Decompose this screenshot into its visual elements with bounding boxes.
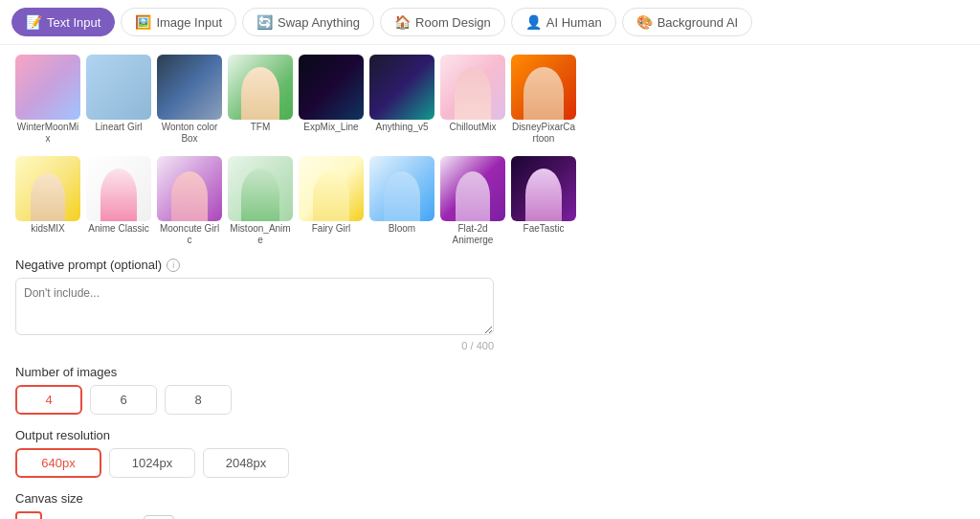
model-card-chillout[interactable]: ChilloutMix [440,55,505,145]
model-thumb-animeclassic [86,156,151,221]
canvas-box-3-4 [144,515,174,519]
model-card-mistoon[interactable]: Mistoon_Anime [228,156,293,246]
resolution-2048[interactable]: 2048px [203,448,289,478]
image-input-icon: 🖼️ [135,14,151,30]
model-grid-row1: WinterMoonMix Lineart Girl Wonton color … [15,55,965,145]
model-label-flat2d: Flat-2d Animerge [440,223,505,246]
model-thumb-faetastic [511,156,576,221]
bg-icon: 🎨 [636,14,653,30]
model-card-lineart[interactable]: Lineart Girl [86,55,151,145]
model-thumb-wintermoon [15,55,80,120]
tab-ai-human[interactable]: 👤 AI Human [511,8,616,36]
model-thumb-lineart [86,55,151,120]
model-label-kidsmix: kidsMIX [31,223,65,235]
model-label-mooncute: Mooncute Girl c [157,223,222,246]
room-icon: 🏠 [394,14,411,30]
text-input-icon: 📝 [26,14,42,30]
model-card-kidsmix[interactable]: kidsMIX [15,156,80,246]
num-images-options: 4 6 8 [15,385,965,415]
model-label-chillout: ChilloutMix [450,122,497,133]
model-label-wintermoon: WinterMoonMix [15,122,80,145]
output-resolution-section: Output resolution 640px 1024px 2048px [15,428,965,478]
model-thumb-wonton [157,55,222,120]
model-label-wonton: Wonton color Box [157,122,222,145]
model-label-animeclassic: Anime Classic [88,223,148,235]
model-thumb-kidsmix [15,156,80,221]
model-label-lineart: Lineart Girl [96,122,143,133]
model-grid-row2: kidsMIX Anime Classic Mooncute Girl c Mi… [15,156,965,246]
model-card-faetastic[interactable]: FaeTastic [511,156,576,246]
model-card-wintermoon[interactable]: WinterMoonMix [15,55,80,145]
num-images-6[interactable]: 6 [90,385,157,415]
swap-icon: 🔄 [256,14,273,30]
model-label-expmix: ExpMix_Line [303,122,358,133]
model-card-anythingv5[interactable]: Anything_v5 [369,55,434,145]
model-label-anythingv5: Anything_v5 [375,122,428,133]
canvas-size-label: Canvas size [15,491,965,506]
model-card-fairygirl[interactable]: Fairy Girl [299,156,364,246]
negative-prompt-textarea[interactable] [15,278,494,335]
tab-background-ai[interactable]: 🎨 Background AI [622,8,753,36]
top-navigation: 📝 Text Input 🖼️ Image Input 🔄 Swap Anyth… [0,0,980,45]
tab-image-input[interactable]: 🖼️ Image Input [121,8,236,36]
negative-prompt-label: Negative prompt (optional) i [15,258,965,272]
model-card-flat2d[interactable]: Flat-2d Animerge [440,156,505,246]
human-icon: 👤 [525,14,542,30]
model-label-mistoon: Mistoon_Anime [228,223,293,246]
model-thumb-mistoon [228,156,293,221]
canvas-box-9-16 [15,511,42,519]
model-thumb-fairygirl [299,156,364,221]
model-thumb-tfm [228,55,293,120]
model-label-faetastic: FaeTastic [523,223,565,235]
tab-swap-anything[interactable]: 🔄 Swap Anything [242,8,374,36]
model-card-disney[interactable]: DisneyPixarCartoon [511,55,576,145]
model-label-tfm: TFM [251,122,271,133]
negative-prompt-section: Negative prompt (optional) i 0 / 400 [15,258,965,351]
negative-prompt-char-count: 0 / 400 [15,340,494,351]
model-thumb-chillout [440,55,505,120]
model-thumb-flat2d [440,156,505,221]
canvas-3-4[interactable]: 3:4 [144,515,174,519]
tab-text-input[interactable]: 📝 Text Input [11,8,115,36]
negative-prompt-info-icon[interactable]: i [167,259,180,272]
resolution-1024[interactable]: 1024px [109,448,195,478]
model-thumb-bloom [369,156,434,221]
left-column: WinterMoonMix Lineart Girl Wonton color … [15,55,965,519]
model-card-expmix[interactable]: ExpMix_Line [299,55,364,145]
num-images-section: Number of images 4 6 8 [15,365,965,415]
output-resolution-label: Output resolution [15,428,965,442]
model-thumb-mooncute [157,156,222,221]
model-label-fairygirl: Fairy Girl [312,223,351,235]
main-content: WinterMoonMix Lineart Girl Wonton color … [0,45,980,519]
model-label-disney: DisneyPixarCartoon [511,122,576,145]
output-resolution-options: 640px 1024px 2048px [15,448,965,478]
num-images-label: Number of images [15,365,965,379]
num-images-8[interactable]: 8 [165,385,232,415]
model-card-tfm[interactable]: TFM [228,55,293,145]
model-card-wonton[interactable]: Wonton color Box [157,55,222,145]
model-card-mooncute[interactable]: Mooncute Girl c [157,156,222,246]
model-label-bloom: Bloom [389,223,415,235]
resolution-640[interactable]: 640px [15,448,101,478]
canvas-size-section: Canvas size 9:16 16:9 1:1 [15,491,965,519]
model-card-bloom[interactable]: Bloom [369,156,434,246]
canvas-9-16[interactable]: 9:16 [15,511,42,519]
tab-room-design[interactable]: 🏠 Room Design [380,8,505,36]
model-thumb-anythingv5 [369,55,434,120]
num-images-4[interactable]: 4 [15,385,82,415]
model-card-animeclassic[interactable]: Anime Classic [86,156,151,246]
canvas-size-options: 9:16 16:9 1:1 3:4 [15,511,965,519]
model-thumb-disney [511,55,576,120]
model-thumb-expmix [299,55,364,120]
